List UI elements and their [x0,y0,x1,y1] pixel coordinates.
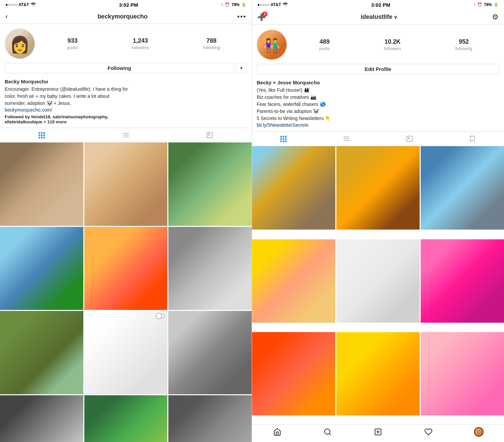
chevron-down-icon: ∨ [394,14,397,20]
tab-tagged-left[interactable] [168,128,252,142]
status-bar-right: ●○○○○ AT&T 3:02 PM ↑ ⏰ 79% 🔋 [252,0,504,9]
following-count-right: 952 [459,38,469,45]
add-icon-right [374,428,382,436]
edit-profile-button[interactable]: Edit Profile [257,64,499,74]
profile-username-right: idealustlife [361,13,392,21]
tab-tagged-right[interactable] [378,132,441,146]
tagged-icon-left [206,131,213,139]
bio-name-right: Becky + Jesse Morquecho [257,80,499,85]
profile-top-right: 489 posts 10.2K followers 952 following [257,30,499,60]
tab-list-right[interactable] [315,132,378,146]
photo-1-left[interactable] [0,143,83,226]
stat-following-left[interactable]: 788 following [203,37,220,50]
photo-6-left[interactable] [168,227,252,310]
photo-5-right[interactable] [336,239,420,323]
time-right: 3:02 PM [371,2,390,8]
tab-saved-right[interactable] [441,132,504,146]
photo-2-right[interactable] [336,146,420,230]
bio-text-left: Encourager. Entrepreneur (@idealustlife)… [5,86,247,107]
stat-posts-right[interactable]: 489 posts [320,38,330,51]
location-icon-right: ↑ [473,2,475,7]
photo-grid-left: ⬤▶ [0,143,252,442]
followers-label-left: followers [132,45,149,50]
saved-icon-right [469,135,476,143]
stat-following-right[interactable]: 952 following [455,38,472,51]
bio-link-right[interactable]: bit.ly/5NewsletterSecrets [257,122,308,128]
tab-list-left[interactable] [84,128,168,142]
more-options-button-left[interactable]: ••• [237,13,246,21]
svg-line-18 [329,434,331,435]
add-follow-button[interactable]: ➕ 2 [257,13,266,21]
posts-label-right: posts [320,46,330,51]
photo-9-left[interactable] [168,311,252,394]
stats-row-right: 489 posts 10.2K followers 952 following [292,38,499,51]
photo-8-left[interactable]: ⬤▶ [84,311,168,394]
svg-point-15 [408,137,409,138]
photo-8-right[interactable] [336,332,420,415]
photo-2-left[interactable] [84,143,168,226]
grid-icon-active-right [280,136,287,142]
followers-count-right: 10.2K [384,38,401,45]
photo-10-left[interactable] [0,395,83,442]
search-button-right[interactable] [302,427,353,437]
photo-5-left[interactable] [84,227,168,310]
tab-bar-left [0,128,252,143]
bio-section-right: Becky + Jesse Morquecho (Yes, like Full … [252,78,504,131]
posts-label-left: posts [67,45,78,50]
following-button[interactable]: Following [5,63,234,73]
avatar-left [5,29,35,59]
video-icon-left: ⬤▶ [156,313,165,318]
carrier-left: ●○○○○ AT&T [5,2,29,7]
notification-badge: 2 [262,11,267,17]
svg-rect-14 [407,136,413,142]
photo-7-right[interactable] [252,332,335,415]
status-right-left: ↑ ⏰ 79% 🔋 [221,2,246,7]
photo-1-right[interactable] [252,146,335,230]
photo-4-left[interactable] [0,227,83,310]
tab-grid-right[interactable] [252,132,315,146]
add-button-right[interactable] [353,427,403,437]
profile-section-left: 933 posts 1,243 followers 788 following … [0,24,252,77]
list-icon-right [343,135,350,143]
following-label-right: following [455,46,472,51]
bottom-nav-right [252,424,504,442]
photo-4-right[interactable] [252,239,335,323]
settings-button-right[interactable]: ⚙ [492,13,499,22]
svg-rect-3 [207,132,213,138]
nav-bar-left: ‹ beckymorquecho ••• [0,9,252,24]
search-icon-right [324,428,332,436]
heart-button-right[interactable] [403,427,454,437]
nav-bar-right: ➕ 2 idealustlife ∨ ⚙ [252,9,504,25]
home-button-right[interactable] [252,427,302,437]
tagged-icon-right [406,135,413,143]
following-label-left: following [203,45,220,50]
bio-link-left[interactable]: beckymorquecho.com/ [5,107,52,113]
stat-followers-right[interactable]: 10.2K followers [384,38,401,51]
photo-11-left[interactable] [84,395,168,442]
profile-button-right[interactable] [454,427,504,437]
battery-icon-right: 🔋 [494,2,499,7]
alarm-icon-right: ⏰ [477,2,482,7]
photo-grid-right [252,146,504,424]
dropdown-button[interactable]: ▾ [236,63,247,73]
status-bar-left: ●○○○○ AT&T 3:02 PM ↑ ⏰ 79% 🔋 [0,0,252,9]
photo-7-left[interactable] [0,311,83,394]
followers-label-right: followers [384,46,401,51]
battery-left: 79% [232,2,240,7]
photo-9-right[interactable] [421,332,504,415]
photo-3-left[interactable] [168,143,252,226]
profile-name-right[interactable]: idealustlife ∨ [361,13,397,21]
photo-12-left[interactable] [168,395,252,442]
photo-6-right[interactable] [421,239,504,323]
bio-text-right: (Yes, like Full House!) 👨‍👩‍👦 Biz coache… [257,87,499,122]
heart-icon-right [424,428,432,436]
photo-3-right[interactable] [421,146,504,230]
profile-avatar-right [474,427,484,437]
bio-followers-left: Followed by feindel19, sabrinalouisephot… [5,114,247,124]
posts-count-right: 489 [320,38,330,45]
left-phone: ●○○○○ AT&T 3:02 PM ↑ ⏰ 79% 🔋 ‹ beckymorq… [0,0,252,442]
back-button[interactable]: ‹ [5,12,8,21]
stat-followers-left[interactable]: 1,243 followers [132,37,149,50]
stat-posts-left[interactable]: 933 posts [67,37,78,50]
tab-grid-left[interactable] [0,128,84,142]
